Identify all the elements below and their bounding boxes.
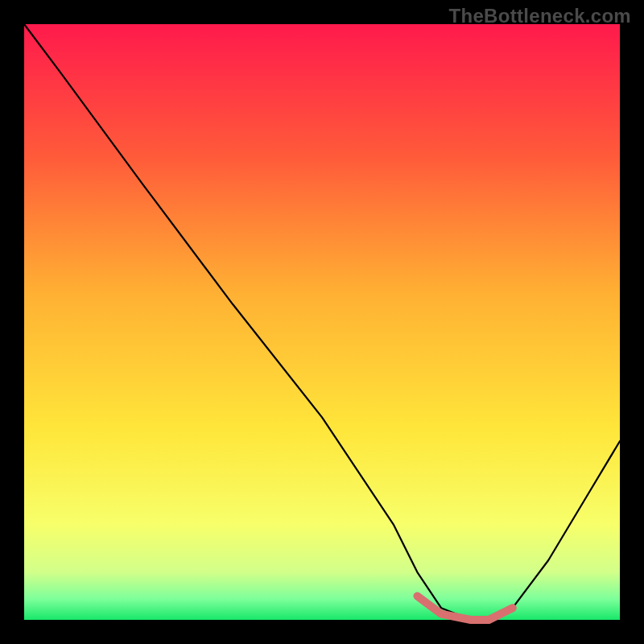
bottleneck-chart	[0, 0, 644, 644]
plot-background	[24, 24, 620, 620]
chart-canvas: TheBottleneck.com	[0, 0, 644, 644]
watermark-text: TheBottleneck.com	[449, 5, 631, 27]
